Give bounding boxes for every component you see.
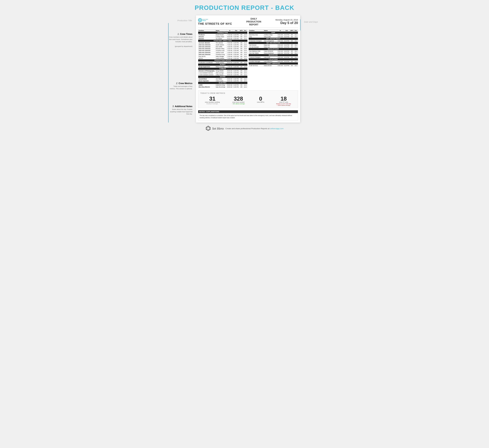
- out-cell: 6:20 PM: [233, 52, 239, 54]
- dur-cell: 10.9: [243, 48, 247, 50]
- mpv-cell: 0/0: [239, 36, 243, 38]
- out-cell: 6:20 PM: [233, 66, 239, 68]
- mpv-cell: 0/0: [239, 86, 243, 88]
- out-cell: 6:20 PM: [233, 80, 239, 82]
- position-cell: Script Supervisor: [198, 66, 215, 68]
- dur-cell: 10.4: [243, 70, 247, 72]
- table-row: Production Coordinator Sarah Stokes 8:00…: [198, 62, 247, 64]
- out-cell: 6:20 PM: [283, 65, 290, 67]
- logo-text: BLUE IRIS MEDIA: [202, 19, 208, 21]
- col-header-dur-r: Dur.: [294, 29, 298, 32]
- notes-section: NOTES / EXPLANATIONS The day was complet…: [198, 110, 298, 120]
- mpv-cell: 0/0: [239, 62, 243, 64]
- mpv-cell: 0/0: [290, 34, 294, 36]
- right-table: Position Name In Out MPV Dur. GRIP Best …: [249, 29, 298, 67]
- table-row: Gaffer Katherine King 8:00 AM 6:20 PM 0/…: [198, 84, 247, 86]
- table-row: Producer David Penter 7:30 AM 6:20 PM 0/…: [198, 34, 247, 36]
- col-header-position-r: Position: [249, 29, 263, 32]
- metric-value: 328: [234, 96, 243, 101]
- mpv-cell: 0/0: [239, 46, 243, 48]
- dur-cell: 10.9: [243, 54, 247, 56]
- out-cell: 6:20 PM: [233, 38, 239, 40]
- position-cell: Director: [198, 38, 215, 40]
- in-cell: 8:00 AM: [277, 36, 283, 38]
- position-cell: Best Boy Grip: [249, 34, 263, 36]
- dur-cell: 10.9: [243, 46, 247, 48]
- col-header-name: Name: [215, 29, 227, 32]
- section-header-row: ASSISTANT DIRECTORS: [198, 40, 247, 42]
- name-cell: Ty Leisher: [215, 38, 227, 40]
- in-cell: 7:30 AM: [227, 56, 233, 57]
- dur-cell: 10.4: [294, 56, 298, 58]
- in-cell: 8:00 AM: [277, 44, 283, 46]
- section-header-row: SCRIPT: [198, 64, 247, 66]
- metric-sub: ↓ 100% below average.: [277, 104, 290, 106]
- section-header-row: MAKEUP/HAIR: [249, 48, 298, 50]
- table-row: Location Manager Levi Delmens 8:00 AM 6:…: [249, 61, 298, 63]
- table-row: Craft Services Diana Brook 8:00 AM 6:20 …: [249, 65, 298, 67]
- side-note-additional-notes: 3. Additional Notes Notes about the day.…: [168, 105, 195, 115]
- out-cell: 6:20 PM: [233, 84, 239, 86]
- metric-value: 31: [209, 96, 215, 101]
- table-row: Director Ty Leisher 8:00 AM 6:20 PM 0/0 …: [198, 38, 247, 40]
- position-cell: A 2nd Assistant Camera: [198, 74, 215, 76]
- table-row: Key Set PA Abby Kitridge 7:30 AM 6:20 PM…: [198, 56, 247, 57]
- mpv-cell: 0/0: [239, 52, 243, 54]
- dur-cell: 11.4: [243, 42, 247, 44]
- dur-cell: 10.4: [243, 74, 247, 76]
- in-cell: 8:00 AM: [277, 56, 283, 58]
- table-row: 1st Asst. Director Tim Jerome 7:00 AM 6:…: [198, 42, 247, 44]
- dur-cell: 10.9: [243, 34, 247, 36]
- position-cell: Key Makeup Artist: [249, 50, 263, 52]
- dur-cell: 10.4: [243, 78, 247, 80]
- in-cell: 8:00 AM: [277, 50, 283, 52]
- in-cell: 8:00 AM: [277, 40, 283, 42]
- in-cell: 8:00 AM: [227, 72, 233, 74]
- name-cell: Mary Lee: [263, 46, 277, 48]
- mpv-cell: 0/0: [290, 61, 294, 63]
- metric-item: 31 crew members working Exactly on avera…: [205, 96, 220, 106]
- section-header-row: WARDROBE: [249, 54, 298, 56]
- mpv-cell: 0/0: [290, 56, 294, 58]
- table-row: 2nd Asst. Director Brandon Riley 7:30 AM…: [198, 48, 247, 50]
- position-cell: 2nd Asst. Director: [198, 44, 215, 46]
- name-cell: Joshua Cook: [215, 52, 227, 54]
- svg-marker-4: [207, 127, 209, 130]
- table-row: 2nd Asst. Director Dan Griffin 7:30 AM 6…: [198, 46, 247, 48]
- out-cell: 6:20 PM: [233, 70, 239, 72]
- name-cell: Abby Kitridge: [215, 56, 227, 57]
- col-header-name-r: Name: [263, 29, 277, 32]
- name-cell: Joe Wilton: [215, 78, 227, 80]
- name-cell: Lindsay Steel: [215, 36, 227, 38]
- name-cell: Claire lynwood: [263, 50, 277, 52]
- position-cell: 1st Asst. Director: [198, 42, 215, 44]
- position-cell: 2nd Asst. Director: [198, 46, 215, 48]
- table-row: Set PA Andy Grebber 7:30 AM 6:20 PM 0/0 …: [198, 57, 247, 59]
- name-cell: Brandon Riley: [215, 48, 227, 50]
- dur-cell: 10.9: [243, 57, 247, 59]
- table-row: 2nd Asst. Director Joshua Cook 7:30 AM 6…: [198, 52, 247, 54]
- metric-sub: Based on 10 hr work day: [276, 103, 291, 104]
- position-cell: Location Manager: [249, 61, 263, 63]
- metric-label: crew members working: [205, 101, 220, 103]
- metric-sub: Exactly on average.: [207, 103, 218, 104]
- table-row: 2nd Asst. Director Amanda Cook 7:30 AM 6…: [198, 50, 247, 52]
- main-content: BLUE IRIS MEDIA THE STREETS OF NYC DAILY…: [196, 16, 300, 122]
- out-cell: 6:20 PM: [233, 42, 239, 44]
- out-cell: 6:20 PM: [283, 34, 290, 36]
- footer-tagline: Create and share professional Production…: [225, 128, 284, 130]
- footer-link[interactable]: setheroapp.com: [270, 128, 283, 130]
- table-row: On Set Dresser Mary Lee 8:00 AM 6:20 PM …: [249, 46, 298, 48]
- table-row: A 1st Assistant Camera Alex Levings 8:00…: [198, 72, 247, 74]
- dur-cell: 10.4: [294, 36, 298, 38]
- name-cell: Sarah Stokes: [215, 62, 227, 64]
- mpv-cell: 0/0: [290, 40, 294, 42]
- in-cell: 8:00 AM: [227, 74, 233, 76]
- metric-value: 0: [259, 96, 262, 101]
- in-cell: 7:30 AM: [227, 34, 233, 36]
- out-cell: 6:20 PM: [283, 44, 290, 46]
- dur-cell: 10.9: [243, 44, 247, 46]
- in-cell: 7:30 AM: [227, 57, 233, 59]
- table-row: Key Hair Stylist Devon Belshem 8:00 AM 6…: [249, 52, 298, 54]
- notes-header: NOTES / EXPLANATIONS: [198, 110, 298, 113]
